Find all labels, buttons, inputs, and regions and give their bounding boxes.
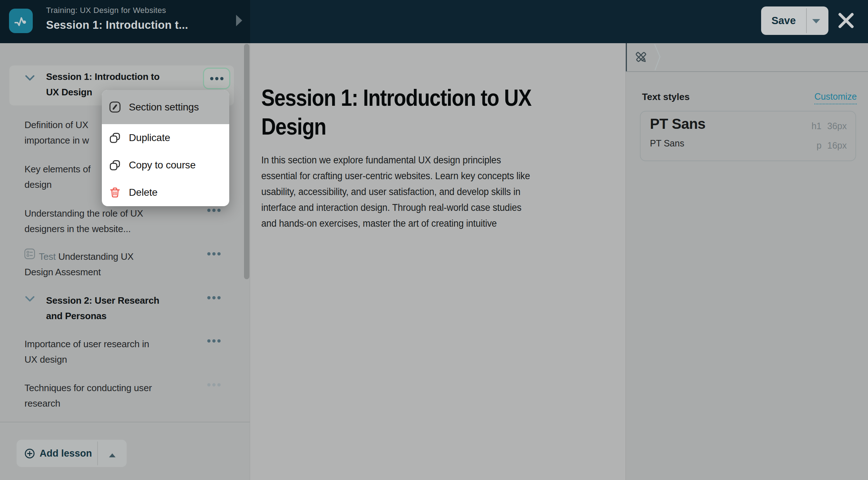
app-logo[interactable] <box>9 9 33 33</box>
ellipsis-icon <box>210 77 223 80</box>
add-lesson-label: Add lesson <box>40 448 92 459</box>
item-options-button[interactable] <box>207 339 221 343</box>
panel-edge <box>626 43 627 72</box>
item-context-menu: Section settings Duplicate Copy to cours… <box>102 90 229 206</box>
h1-size-label: h1 36px <box>812 121 847 131</box>
customize-link[interactable]: Customize <box>814 91 857 104</box>
sidebar-item-importance-research[interactable]: Importance of user research in UX design <box>24 336 149 367</box>
item-options-button-active[interactable] <box>203 68 230 89</box>
plus-circle-icon <box>24 448 35 459</box>
sidebar-scrollbar[interactable] <box>244 44 249 279</box>
save-caret-down-icon[interactable] <box>812 19 820 23</box>
sidebar-item-definition[interactable]: Definition of UX importance in w <box>24 117 89 148</box>
top-bar-sidebar-header: Training: UX Design for Websites Session… <box>0 0 250 43</box>
p-size-label: p 16px <box>817 140 847 151</box>
trash-icon <box>109 187 121 199</box>
copy-icon <box>109 159 121 171</box>
test-badge: Test <box>39 251 56 262</box>
chevron-down-icon[interactable] <box>25 75 35 81</box>
close-button[interactable] <box>838 13 854 28</box>
text-styles-title: Text styles <box>642 91 690 103</box>
edit-square-icon <box>109 101 121 113</box>
save-button[interactable]: Save <box>761 6 806 35</box>
sidebar-footer-divider <box>0 422 250 422</box>
sidebar-item-session2[interactable]: Session 2: User Research and Personas <box>46 293 159 324</box>
menu-item-section-settings[interactable]: Section settings <box>102 90 229 124</box>
menu-item-copy-to-course[interactable]: Copy to course <box>102 151 229 179</box>
item-options-button[interactable] <box>207 252 221 255</box>
expand-arrow-icon[interactable] <box>236 15 242 26</box>
top-bar: Training: UX Design for Websites Session… <box>0 0 868 43</box>
sidebar-item-role-of-ux[interactable]: Understanding the role of UX designers i… <box>24 206 143 237</box>
text-style-card[interactable]: PT Sans h1 36px PT Sans p 16px <box>640 111 856 161</box>
pulse-icon <box>13 12 29 30</box>
sidebar-item-techniques[interactable]: Techniques for conducting user research <box>24 380 152 411</box>
design-tools-icon[interactable] <box>634 50 647 64</box>
add-lesson-divider <box>97 441 98 465</box>
sidebar-item-test-line2[interactable]: Design Assesment <box>24 264 101 280</box>
sidebar-item-key-elements[interactable]: Key elements of design <box>24 162 90 193</box>
h1-font-name: PT Sans <box>650 116 705 132</box>
close-icon <box>838 13 854 28</box>
panel-toolbar-divider <box>626 71 868 72</box>
chevron-down-icon[interactable] <box>25 296 35 302</box>
item-options-button[interactable] <box>207 383 221 386</box>
design-panel: Text styles Customize PT Sans h1 36px PT… <box>625 43 868 480</box>
save-button-divider <box>806 8 807 33</box>
duplicate-icon <box>109 132 121 144</box>
menu-item-delete[interactable]: Delete <box>102 179 229 206</box>
p-font-name: PT Sans <box>650 138 684 149</box>
app-window: Training: UX Design for Websites Session… <box>0 0 868 480</box>
caret-up-icon[interactable] <box>109 453 116 457</box>
sidebar-item-test[interactable]: Test Understanding UX <box>39 249 134 264</box>
add-lesson-split-button[interactable]: Add lesson <box>17 440 127 467</box>
item-options-button[interactable] <box>207 209 221 212</box>
page-title: Session 1: Introduction t... <box>46 19 188 32</box>
course-breadcrumb: Training: UX Design for Websites <box>46 6 166 15</box>
save-split-button[interactable]: Save <box>761 6 828 35</box>
canvas-heading[interactable]: Session 1: Introduction to UX Design <box>261 83 531 141</box>
menu-item-duplicate[interactable]: Duplicate <box>102 124 229 151</box>
test-icon <box>24 248 35 259</box>
editor-canvas: Session 1: Introduction to UX Design In … <box>250 43 625 480</box>
panel-tab-edge <box>651 44 665 71</box>
canvas-paragraph[interactable]: In this section we explore fundamental U… <box>261 152 530 231</box>
add-lesson-button[interactable]: Add lesson <box>17 440 97 467</box>
item-options-button[interactable] <box>207 296 221 299</box>
